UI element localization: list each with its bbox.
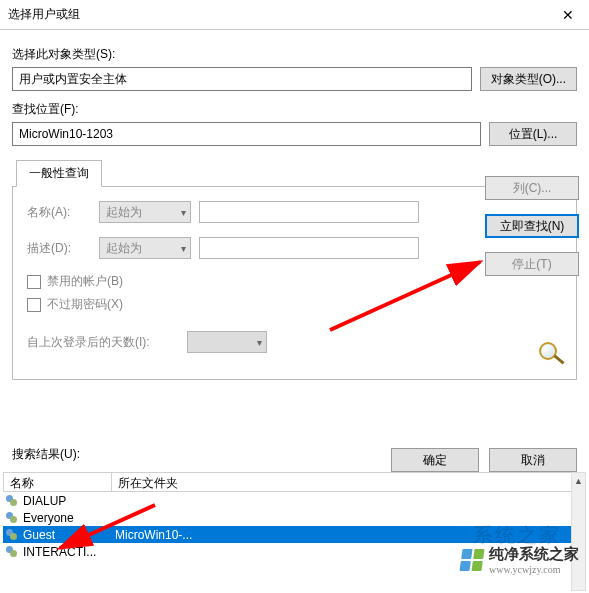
- checkbox-icon: [27, 298, 41, 312]
- description-input[interactable]: [199, 237, 419, 259]
- result-name: INTERACTI...: [23, 545, 115, 559]
- result-name: Everyone: [23, 511, 115, 525]
- find-now-button[interactable]: 立即查找(N): [485, 214, 579, 238]
- object-type-label: 选择此对象类型(S):: [12, 46, 577, 63]
- object-types-button[interactable]: 对象类型(O)...: [480, 67, 577, 91]
- users-icon: [5, 511, 19, 525]
- close-icon: ✕: [562, 7, 574, 23]
- columns-button[interactable]: 列(C)...: [485, 176, 579, 200]
- result-name: DIALUP: [23, 494, 115, 508]
- result-name: Guest: [23, 528, 115, 542]
- watermark-url: www.ycwjzy.com: [489, 564, 579, 575]
- name-input[interactable]: [199, 201, 419, 223]
- nonexpiring-password-checkbox[interactable]: 不过期密码(X): [27, 296, 562, 313]
- location-label: 查找位置(F):: [12, 101, 577, 118]
- search-decoration-icon: [533, 340, 571, 368]
- watermark-logo-icon: [459, 549, 484, 571]
- search-results-label: 搜索结果(U):: [12, 446, 80, 463]
- name-match-value: 起始为: [106, 204, 142, 221]
- object-type-field[interactable]: 用户或内置安全主体: [12, 67, 472, 91]
- name-match-combo[interactable]: 起始为 ▾: [99, 201, 191, 223]
- nonexpiring-password-label: 不过期密码(X): [47, 296, 123, 313]
- description-label: 描述(D):: [27, 240, 99, 257]
- description-match-combo[interactable]: 起始为 ▾: [99, 237, 191, 259]
- users-icon: [5, 528, 19, 542]
- chevron-down-icon: ▾: [181, 243, 186, 254]
- description-match-value: 起始为: [106, 240, 142, 257]
- window-title: 选择用户或组: [8, 6, 80, 23]
- name-label: 名称(A):: [27, 204, 99, 221]
- title-bar: 选择用户或组 ✕: [0, 0, 589, 30]
- location-value: MicroWin10-1203: [19, 127, 113, 141]
- close-button[interactable]: ✕: [547, 1, 589, 29]
- column-header-folder[interactable]: 所在文件夹: [112, 473, 585, 491]
- tab-common-queries[interactable]: 一般性查询: [16, 160, 102, 187]
- watermark-brand: 纯净系统之家: [489, 545, 579, 564]
- ok-button[interactable]: 确定: [391, 448, 479, 472]
- checkbox-icon: [27, 275, 41, 289]
- object-type-value: 用户或内置安全主体: [19, 71, 127, 88]
- days-since-logon-combo[interactable]: ▾: [187, 331, 267, 353]
- location-field[interactable]: MicroWin10-1203: [12, 122, 481, 146]
- stop-button[interactable]: 停止(T): [485, 252, 579, 276]
- disabled-accounts-label: 禁用的帐户(B): [47, 273, 123, 290]
- chevron-down-icon: ▾: [181, 207, 186, 218]
- results-header: 名称 所在文件夹: [3, 472, 586, 492]
- watermark: 纯净系统之家 www.ycwjzy.com: [461, 545, 579, 575]
- locations-button[interactable]: 位置(L)...: [489, 122, 577, 146]
- days-since-logon-label: 自上次登录后的天数(I):: [27, 334, 187, 351]
- users-icon: [5, 494, 19, 508]
- users-icon: [5, 545, 19, 559]
- scroll-up-icon[interactable]: ▲: [572, 473, 585, 489]
- column-header-name[interactable]: 名称: [4, 473, 112, 491]
- chevron-down-icon: ▾: [257, 337, 262, 348]
- cancel-button[interactable]: 取消: [489, 448, 577, 472]
- disabled-accounts-checkbox[interactable]: 禁用的帐户(B): [27, 273, 562, 290]
- result-folder: MicroWin10-...: [115, 528, 192, 542]
- result-row[interactable]: DIALUP: [3, 492, 571, 509]
